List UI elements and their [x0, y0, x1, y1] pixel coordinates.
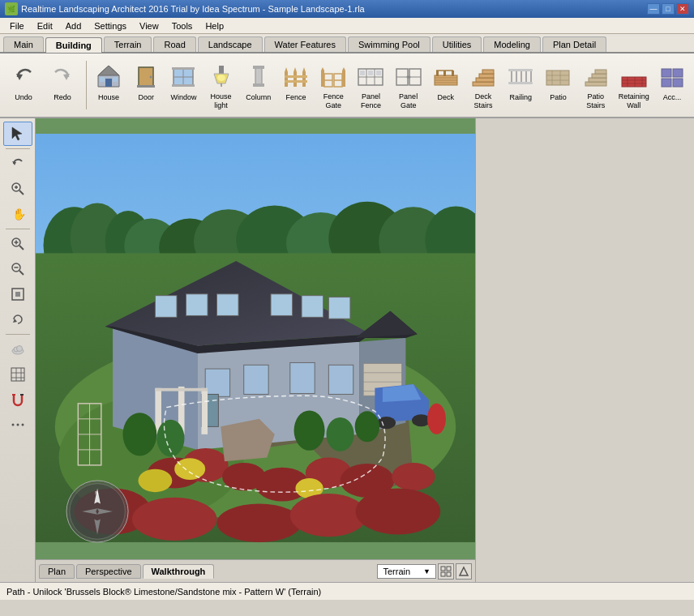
tool-column[interactable]: Column	[242, 58, 276, 113]
svg-marker-40	[342, 67, 345, 71]
svg-rect-62	[473, 82, 494, 86]
toolbar: Undo Redo House	[0, 53, 694, 118]
minimize-btn[interactable]: —	[647, 3, 660, 15]
svg-rect-73	[546, 71, 569, 85]
svg-marker-92	[12, 127, 22, 140]
left-tool-more[interactable]	[3, 413, 32, 437]
left-tool-fit-view[interactable]	[3, 282, 32, 306]
left-tool-select[interactable]	[3, 122, 32, 146]
left-tool-cloud[interactable]	[3, 337, 32, 361]
svg-rect-6	[113, 77, 118, 82]
svg-rect-32	[285, 80, 307, 83]
tool-door[interactable]: Door	[129, 58, 163, 113]
svg-rect-65	[482, 70, 494, 74]
svg-rect-63	[476, 78, 494, 82]
tool-patio[interactable]: Patio	[541, 58, 575, 113]
tab-swimming-pool[interactable]: Swimming Pool	[348, 36, 431, 52]
svg-point-173	[355, 411, 379, 442]
svg-rect-91	[673, 79, 683, 87]
tab-landscape[interactable]: Landscape	[198, 36, 263, 52]
tab-plan-detail[interactable]: Plan Detail	[542, 36, 606, 52]
svg-rect-70	[520, 71, 522, 82]
sep1	[86, 61, 87, 109]
tab-perspective[interactable]: Perspective	[76, 564, 140, 579]
svg-rect-16	[219, 66, 224, 74]
svg-rect-143	[205, 369, 229, 396]
tab-terrain[interactable]: Terrain	[104, 36, 152, 52]
tool-retaining-wall[interactable]: Retaining Wall	[616, 58, 652, 113]
tool-panel-gate[interactable]: Panel Gate	[392, 58, 426, 113]
tool-fence-gate[interactable]: Fence Gate	[316, 58, 350, 113]
tool-deck[interactable]: Deck	[429, 58, 463, 113]
menu-file[interactable]: File	[3, 19, 31, 32]
svg-rect-142	[328, 297, 350, 319]
maximize-btn[interactable]: □	[662, 3, 675, 15]
left-tool-zoom-out[interactable]	[3, 257, 32, 281]
svg-rect-14	[172, 67, 195, 70]
left-tool-zoom-in[interactable]	[3, 232, 32, 256]
viewport[interactable]: N Plan Perspective Walkthrough Terrain ▼	[36, 118, 475, 582]
svg-rect-81	[595, 70, 606, 74]
svg-point-53	[408, 75, 410, 78]
svg-rect-155	[155, 388, 208, 391]
tool-railing[interactable]: Railing	[503, 58, 538, 113]
tool-deck-stairs[interactable]: Deck Stairs	[466, 58, 500, 113]
tool-panel-fence[interactable]: Panel Fence	[353, 58, 388, 113]
left-tool-magnet[interactable]	[3, 387, 32, 412]
tool-patio-stairs[interactable]: Patio Stairs	[579, 58, 613, 113]
svg-point-111	[16, 346, 22, 352]
redo-button[interactable]: Redo	[44, 58, 81, 113]
svg-point-166	[174, 458, 205, 480]
svg-rect-26	[293, 72, 297, 87]
view-btn-2[interactable]	[456, 563, 472, 580]
left-tool-pan[interactable]: ✋	[3, 202, 32, 226]
tool-accessories[interactable]: Acc...	[655, 58, 689, 113]
menu-help[interactable]: Help	[199, 19, 230, 32]
status-bar: Path - Unilock 'Brussels Block® Limeston…	[0, 582, 694, 600]
left-tool-undo[interactable]	[3, 152, 32, 176]
svg-marker-39	[321, 67, 324, 71]
svg-rect-10	[137, 85, 155, 88]
menu-add[interactable]: Add	[59, 19, 88, 32]
svg-marker-3	[98, 66, 119, 75]
menu-view[interactable]: View	[133, 19, 165, 32]
tab-building[interactable]: Building	[45, 37, 102, 53]
tab-plan[interactable]: Plan	[39, 564, 75, 579]
svg-rect-15	[172, 84, 195, 87]
tab-road[interactable]: Road	[153, 36, 195, 52]
left-tool-grid[interactable]	[3, 362, 32, 387]
window-controls: — □ ✕	[647, 3, 689, 15]
tab-water-features[interactable]: Water Features	[264, 36, 346, 52]
status-text: Path - Unilock 'Brussels Block® Limeston…	[6, 587, 321, 597]
tool-fence[interactable]: Fence	[279, 58, 313, 113]
tool-window[interactable]: Window	[166, 58, 200, 113]
app-title: Realtime Landscaping Architect 2016 Tria…	[21, 4, 365, 14]
left-toolbar: ✋	[0, 118, 36, 582]
tab-utilities[interactable]: Utilities	[432, 36, 482, 52]
svg-rect-20	[253, 66, 264, 69]
svg-point-119	[11, 424, 14, 426]
menu-bar: File Edit Add Settings View Tools Help	[0, 18, 694, 34]
view-btn-1[interactable]	[438, 563, 454, 580]
svg-rect-68	[511, 71, 512, 82]
tab-walkthrough[interactable]: Walkthrough	[143, 564, 215, 579]
menu-tools[interactable]: Tools	[165, 19, 199, 32]
svg-rect-25	[285, 72, 288, 87]
menu-edit[interactable]: Edit	[31, 19, 59, 32]
menu-settings[interactable]: Settings	[88, 19, 133, 32]
tab-modeling[interactable]: Modeling	[483, 36, 541, 52]
left-tool-zoom-region[interactable]	[3, 177, 32, 201]
left-tool-rotate[interactable]	[3, 307, 32, 332]
svg-rect-46	[368, 71, 373, 75]
tool-house[interactable]: House	[92, 58, 126, 113]
tool-house-light[interactable]: House light	[204, 58, 238, 113]
tab-main[interactable]: Main	[3, 36, 44, 52]
svg-point-172	[326, 417, 353, 451]
svg-rect-139	[216, 294, 238, 316]
close-btn[interactable]: ✕	[676, 3, 689, 15]
svg-point-121	[21, 424, 24, 426]
svg-rect-88	[662, 69, 671, 77]
svg-rect-138	[186, 294, 208, 316]
undo-button[interactable]: Undo	[5, 58, 42, 113]
terrain-dropdown[interactable]: Terrain ▼	[377, 564, 436, 579]
